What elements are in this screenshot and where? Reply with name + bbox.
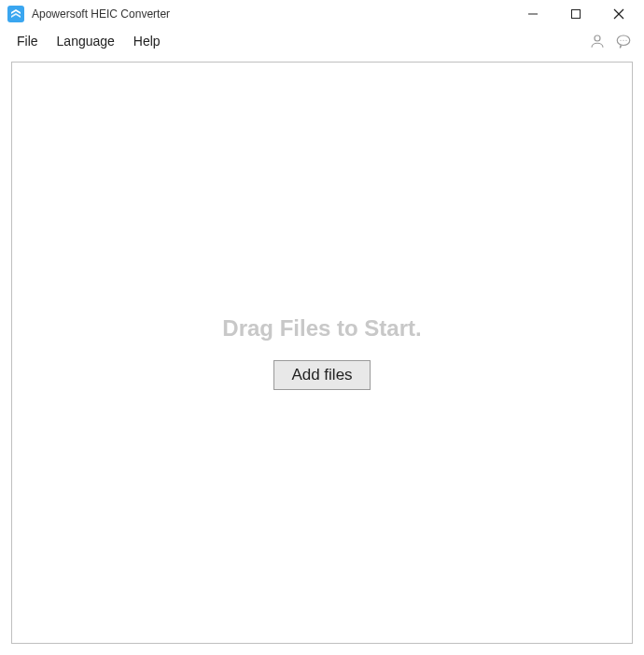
app-title: Apowersoft HEIC Converter: [32, 7, 511, 21]
minimize-button[interactable]: [511, 0, 554, 28]
app-icon: [7, 6, 24, 22]
svg-point-7: [620, 40, 621, 41]
menu-file[interactable]: File: [7, 30, 48, 52]
titlebar: Apowersoft HEIC Converter: [0, 0, 644, 28]
feedback-icon[interactable]: [610, 28, 637, 54]
svg-point-8: [623, 40, 623, 41]
drag-prompt-text: Drag Files to Start.: [222, 315, 421, 341]
close-button[interactable]: [597, 0, 640, 28]
add-files-button[interactable]: Add files: [273, 360, 370, 390]
maximize-button[interactable]: [554, 0, 597, 28]
drop-zone[interactable]: Drag Files to Start. Add files: [11, 62, 633, 644]
svg-point-5: [595, 35, 600, 41]
menu-language[interactable]: Language: [48, 30, 124, 52]
window-controls: [511, 0, 640, 28]
svg-point-9: [625, 40, 626, 41]
svg-rect-2: [572, 10, 581, 19]
menu-help[interactable]: Help: [124, 30, 170, 52]
account-icon[interactable]: [584, 28, 610, 54]
menubar: File Language Help: [0, 28, 644, 54]
